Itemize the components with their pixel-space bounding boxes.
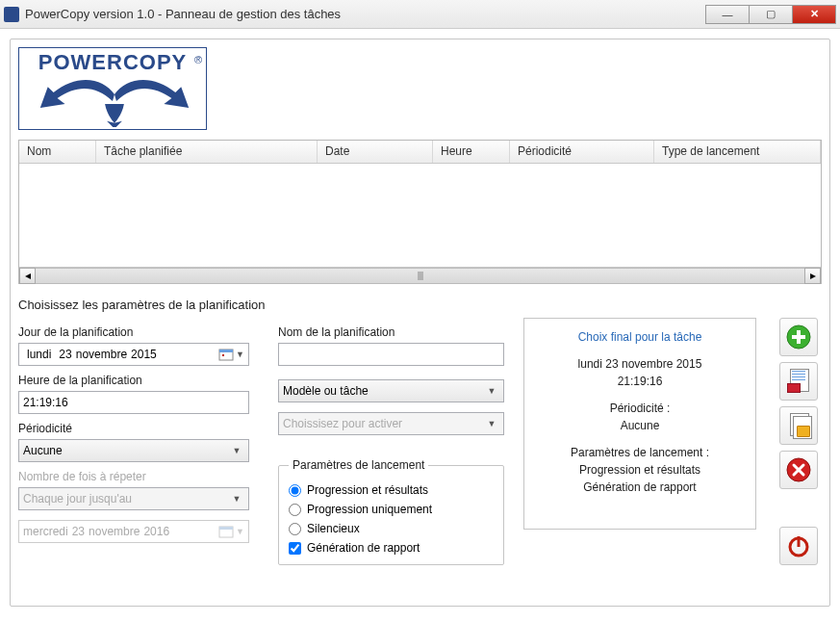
summary-launch-v1: Progression et résultats bbox=[536, 463, 744, 477]
chevron-down-icon: ▼ bbox=[236, 527, 244, 536]
svg-rect-12 bbox=[798, 536, 801, 547]
summary-period-value: Aucune bbox=[536, 419, 744, 432]
svg-rect-7 bbox=[792, 335, 805, 339]
maximize-button[interactable]: ▢ bbox=[749, 5, 793, 24]
day-weekday: lundi bbox=[23, 348, 55, 361]
repeat-value: Chaque jour jusqu'au bbox=[23, 492, 132, 505]
chevron-down-icon: ▼ bbox=[484, 386, 499, 396]
radio-silent[interactable] bbox=[289, 523, 301, 535]
svg-rect-2 bbox=[222, 354, 224, 356]
registered-icon: ® bbox=[194, 54, 202, 65]
copy-button[interactable] bbox=[779, 406, 818, 445]
hour-input[interactable]: 21:19:16 bbox=[18, 391, 249, 414]
period-combo[interactable]: Aucune ▼ bbox=[18, 439, 249, 462]
minimize-button[interactable]: — bbox=[705, 5, 750, 24]
svg-rect-1 bbox=[219, 350, 233, 352]
report-button[interactable] bbox=[779, 362, 818, 401]
close-button[interactable]: ✕ bbox=[792, 5, 836, 24]
summary-box: Choix final pour la tâche lundi 23 novem… bbox=[523, 318, 756, 530]
opt-progress-only[interactable]: Progression uniquement bbox=[289, 503, 494, 516]
model-combo[interactable]: Modèle ou tâche ▼ bbox=[278, 379, 504, 402]
chk-report[interactable]: Génération de rapport bbox=[289, 541, 494, 555]
delete-button[interactable] bbox=[779, 451, 818, 489]
activate-combo: Choissisez pour activer ▼ bbox=[278, 412, 504, 435]
checkbox-report[interactable] bbox=[289, 542, 301, 555]
col-nom[interactable]: Nom bbox=[19, 141, 96, 163]
horizontal-scrollbar[interactable]: ◂ ▸ bbox=[19, 267, 821, 283]
day-year: 2015 bbox=[131, 348, 157, 361]
until-weekday: mercredi bbox=[23, 525, 68, 538]
until-datepicker: mercredi 23 novembre 2016 ▼ bbox=[18, 520, 249, 543]
summary-title: Choix final pour la tâche bbox=[536, 330, 744, 344]
calendar-icon[interactable] bbox=[218, 347, 234, 362]
until-day: 23 bbox=[72, 525, 85, 538]
logo-arrows-icon bbox=[19, 75, 206, 127]
chevron-down-icon: ▼ bbox=[484, 419, 499, 428]
power-button[interactable] bbox=[779, 527, 818, 565]
chevron-down-icon[interactable]: ▼ bbox=[236, 350, 244, 359]
day-datepicker[interactable]: lundi 23 novembre 2015 ▼ bbox=[18, 343, 249, 366]
plan-name-label: Nom de la planification bbox=[278, 325, 504, 339]
radio-progress-results[interactable] bbox=[289, 484, 301, 497]
add-button[interactable] bbox=[779, 318, 818, 356]
titlebar: PowerCopy version 1.0 - Panneau de gesti… bbox=[0, 0, 840, 29]
summary-time: 21:19:16 bbox=[536, 375, 744, 388]
calendar-icon bbox=[218, 524, 234, 539]
logo-text: POWERCOPY bbox=[19, 48, 206, 75]
col-heure[interactable]: Heure bbox=[433, 141, 510, 163]
day-month: novembre bbox=[76, 348, 127, 361]
scroll-right-button[interactable]: ▸ bbox=[804, 268, 821, 284]
summary-date: lundi 23 novembre 2015 bbox=[536, 357, 744, 371]
hour-label: Heure de la planification bbox=[18, 374, 259, 387]
radio-progress-only[interactable] bbox=[289, 504, 301, 516]
col-date[interactable]: Date bbox=[318, 141, 433, 163]
day-label: Jour de la planification bbox=[18, 325, 259, 339]
svg-rect-4 bbox=[219, 527, 233, 530]
section-title: Choisissez les paramètres de la planific… bbox=[18, 298, 822, 312]
table-header: Nom Tâche planifiée Date Heure Périodici… bbox=[19, 141, 821, 164]
scroll-track[interactable] bbox=[36, 268, 804, 284]
repeat-label: Nombre de fois à répeter bbox=[18, 470, 259, 483]
task-table: Nom Tâche planifiée Date Heure Périodici… bbox=[18, 140, 822, 284]
opt-silent[interactable]: Silencieux bbox=[289, 522, 494, 535]
logo: POWERCOPY ® bbox=[18, 47, 207, 130]
plan-name-input[interactable] bbox=[278, 343, 504, 366]
launch-legend: Paramètres de lancement bbox=[289, 458, 428, 472]
until-year: 2016 bbox=[143, 525, 169, 538]
col-type[interactable]: Type de lancement bbox=[654, 141, 821, 163]
table-body[interactable] bbox=[19, 164, 821, 267]
period-label: Périodicité bbox=[18, 422, 259, 435]
summary-launch-v2: Génération de rapport bbox=[536, 480, 744, 494]
chevron-down-icon: ▼ bbox=[229, 446, 244, 455]
summary-period-label: Périodicité : bbox=[536, 402, 744, 415]
period-value: Aucune bbox=[23, 444, 63, 457]
window-title: PowerCopy version 1.0 - Panneau de gesti… bbox=[25, 7, 706, 21]
repeat-combo: Chaque jour jusqu'au ▼ bbox=[18, 487, 249, 510]
model-value: Modèle ou tâche bbox=[283, 384, 369, 398]
summary-launch-label: Paramètres de lancement : bbox=[536, 446, 744, 459]
badge-icon bbox=[787, 383, 801, 393]
opt-progress-results[interactable]: Progression et résultats bbox=[289, 483, 494, 497]
activate-value: Choissisez pour activer bbox=[283, 417, 402, 430]
app-icon bbox=[4, 7, 19, 22]
launch-params-group: Paramètres de lancement Progression et r… bbox=[278, 458, 504, 565]
col-tache[interactable]: Tâche planifiée bbox=[96, 141, 318, 163]
hour-value: 21:19:16 bbox=[23, 396, 68, 409]
day-day: 23 bbox=[59, 348, 71, 361]
scroll-left-button[interactable]: ◂ bbox=[19, 268, 36, 284]
until-month: novembre bbox=[89, 525, 140, 538]
col-periodicite[interactable]: Périodicité bbox=[510, 141, 654, 163]
chevron-down-icon: ▼ bbox=[229, 494, 244, 504]
main-panel: POWERCOPY ® Nom Tâche planifiée Date Heu… bbox=[10, 39, 830, 607]
folder-icon bbox=[797, 426, 810, 437]
